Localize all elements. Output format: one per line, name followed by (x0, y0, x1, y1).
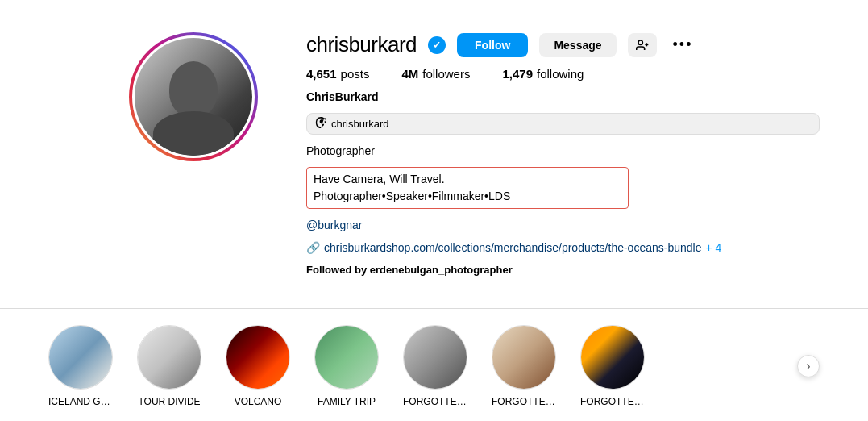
story-circle-family (314, 325, 379, 390)
story-label-forgotten3: FORGOTTEN... (580, 396, 645, 407)
followed-by-label: Followed by (306, 264, 367, 276)
story-item-forgotten1[interactable]: FORGOTTEN... (403, 325, 467, 407)
avatar-section (129, 32, 258, 161)
username: chrisburkard (306, 32, 417, 57)
followers-count: 4M (401, 67, 418, 81)
story-label-forgotten2: FORGOTTEN... (492, 396, 556, 407)
bio-box: Have Camera, Will Travel. Photographer•S… (306, 167, 629, 209)
threads-icon (315, 117, 326, 131)
occupation: Photographer (306, 144, 820, 157)
story-label-volcano: VOLCANO (235, 396, 282, 407)
followed-by: Followed by erdenebulgan_photographer (306, 264, 820, 276)
story-thumb-forgotten2 (492, 326, 555, 389)
message-button[interactable]: Message (539, 33, 616, 57)
verified-badge: ✓ (428, 36, 446, 54)
avatar-inner (132, 35, 255, 158)
verified-icon: ✓ (433, 40, 441, 51)
svg-point-0 (638, 40, 642, 44)
story-circle-forgotten1 (403, 325, 467, 390)
posts-label: posts (341, 67, 370, 81)
story-circle-tour (137, 325, 201, 390)
following-label: following (537, 67, 584, 81)
threads-handle: chrisburkard (331, 118, 389, 130)
threads-logo-icon (315, 117, 326, 128)
story-thumb-forgotten3 (581, 326, 644, 389)
link-icon: 🔗 (306, 241, 320, 254)
story-circle-volcano (226, 325, 290, 390)
bio-line1: Have Camera, Will Travel. (314, 173, 445, 185)
bio-line2: Photographer•Speaker•Filmmaker•LDS (314, 190, 510, 202)
profile-info: chrisburkard ✓ Follow Message ••• 4,651 … (306, 32, 820, 276)
story-item-tour[interactable]: TOUR DIVIDE (137, 325, 201, 407)
story-label-forgotten1: FORGOTTEN... (403, 396, 467, 407)
add-person-button[interactable] (628, 33, 657, 57)
followers-label: followers (422, 67, 470, 81)
story-circle-iceland (48, 325, 113, 390)
add-person-icon (636, 39, 649, 52)
scroll-right-button[interactable]: › (797, 355, 820, 377)
website-link[interactable]: 🔗 chrisburkardshop.com/collections/merch… (306, 241, 820, 254)
story-item-forgotten2[interactable]: FORGOTTEN... (492, 325, 556, 407)
followed-by-user[interactable]: erdenebulgan_photographer (370, 264, 513, 276)
story-item-forgotten3[interactable]: FORGOTTEN... (580, 325, 645, 407)
profile-header: chrisburkard ✓ Follow Message ••• (306, 32, 820, 57)
story-label-iceland: ICELAND GUI... (48, 396, 113, 407)
story-thumb-forgotten1 (404, 326, 467, 389)
follow-button[interactable]: Follow (457, 33, 528, 57)
website-text: chrisburkardshop.com/collections/merchan… (324, 241, 701, 254)
threads-badge[interactable]: chrisburkard (306, 113, 820, 135)
avatar-ring[interactable] (129, 32, 258, 161)
story-circle-forgotten3 (580, 325, 645, 390)
mention-link[interactable]: @burkgnar (306, 219, 820, 231)
story-circle-forgotten2 (492, 325, 556, 390)
avatar-image (135, 38, 252, 156)
story-label-family: FAMILY TRIP (318, 396, 376, 407)
story-thumb-volcano (226, 326, 289, 389)
following-stat[interactable]: 1,479 following (502, 67, 584, 81)
website-suffix: + 4 (705, 241, 721, 254)
full-name: ChrisBurkard (306, 90, 820, 103)
story-item-family[interactable]: FAMILY TRIP (314, 325, 379, 407)
story-thumb-tour (138, 326, 201, 389)
following-count: 1,479 (502, 67, 533, 81)
story-label-tour: TOUR DIVIDE (138, 396, 200, 407)
posts-count: 4,651 (306, 67, 337, 81)
story-item-iceland[interactable]: ICELAND GUI... (48, 325, 113, 407)
story-item-volcano[interactable]: VOLCANO (226, 325, 290, 407)
story-thumb-iceland (49, 326, 112, 389)
chevron-right-icon: › (806, 359, 810, 373)
stories-section: ICELAND GUI... TOUR DIVIDE VOLCANO FAMIL… (0, 308, 868, 421)
more-options-button[interactable]: ••• (668, 33, 698, 56)
stats-row: 4,651 posts 4M followers 1,479 following (306, 67, 820, 81)
story-thumb-family (315, 326, 378, 389)
followers-stat[interactable]: 4M followers (401, 67, 470, 81)
posts-stat: 4,651 posts (306, 67, 369, 81)
